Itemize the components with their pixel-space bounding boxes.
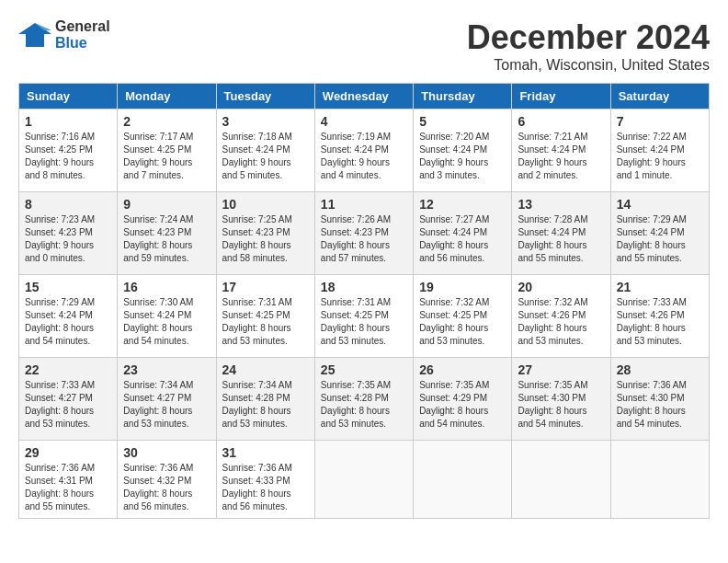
- day-number: 18: [321, 280, 407, 294]
- day-number: 24: [222, 362, 309, 377]
- calendar-day-cell: 1Sunrise: 7:16 AMSunset: 4:25 PMDaylight…: [19, 109, 118, 192]
- calendar-day-cell: 19Sunrise: 7:32 AMSunset: 4:25 PMDayligh…: [414, 275, 512, 358]
- day-number: 25: [321, 362, 407, 377]
- day-number: 1: [25, 114, 111, 129]
- calendar-day-cell: 25Sunrise: 7:35 AMSunset: 4:28 PMDayligh…: [314, 358, 413, 441]
- weekday-header: Friday: [512, 84, 610, 109]
- day-info: Sunrise: 7:22 AMSunset: 4:24 PMDaylight:…: [617, 131, 703, 182]
- calendar-day-cell: 9Sunrise: 7:24 AMSunset: 4:23 PMDaylight…: [118, 192, 216, 275]
- day-number: 3: [222, 114, 309, 129]
- header: General Blue December 2024 Tomah, Wiscon…: [18, 18, 710, 74]
- calendar-day-cell: 15Sunrise: 7:29 AMSunset: 4:24 PMDayligh…: [19, 275, 118, 358]
- day-number: 31: [222, 445, 309, 460]
- calendar-day-cell: 24Sunrise: 7:34 AMSunset: 4:28 PMDayligh…: [216, 358, 314, 441]
- calendar-day-cell: 7Sunrise: 7:22 AMSunset: 4:24 PMDaylight…: [610, 109, 709, 192]
- weekday-header: Monday: [118, 84, 216, 109]
- day-info: Sunrise: 7:33 AMSunset: 4:27 PMDaylight:…: [25, 379, 111, 431]
- day-number: 8: [25, 197, 111, 212]
- day-number: 9: [123, 197, 210, 212]
- day-number: 5: [419, 114, 506, 129]
- calendar-day-cell: 6Sunrise: 7:21 AMSunset: 4:24 PMDaylight…: [512, 109, 610, 192]
- calendar-day-cell: [314, 441, 413, 519]
- logo-bird-icon: [18, 21, 51, 49]
- calendar-day-cell: 27Sunrise: 7:35 AMSunset: 4:30 PMDayligh…: [512, 358, 610, 441]
- day-info: Sunrise: 7:18 AMSunset: 4:24 PMDaylight:…: [222, 131, 309, 182]
- day-number: 7: [617, 114, 703, 129]
- day-info: Sunrise: 7:17 AMSunset: 4:25 PMDaylight:…: [123, 131, 210, 182]
- day-info: Sunrise: 7:25 AMSunset: 4:23 PMDaylight:…: [222, 213, 309, 265]
- day-info: Sunrise: 7:16 AMSunset: 4:25 PMDaylight:…: [25, 131, 111, 182]
- day-info: Sunrise: 7:35 AMSunset: 4:28 PMDaylight:…: [321, 379, 407, 431]
- calendar-day-cell: 13Sunrise: 7:28 AMSunset: 4:24 PMDayligh…: [512, 192, 610, 275]
- calendar-day-cell: 28Sunrise: 7:36 AMSunset: 4:30 PMDayligh…: [610, 358, 709, 441]
- day-number: 19: [419, 280, 506, 294]
- day-info: Sunrise: 7:19 AMSunset: 4:24 PMDaylight:…: [321, 131, 407, 182]
- day-info: Sunrise: 7:27 AMSunset: 4:24 PMDaylight:…: [419, 213, 506, 265]
- calendar-day-cell: 8Sunrise: 7:23 AMSunset: 4:23 PMDaylight…: [19, 192, 118, 275]
- calendar-day-cell: 29Sunrise: 7:36 AMSunset: 4:31 PMDayligh…: [19, 441, 118, 519]
- calendar-day-cell: 5Sunrise: 7:20 AMSunset: 4:24 PMDaylight…: [414, 109, 512, 192]
- calendar-day-cell: 16Sunrise: 7:30 AMSunset: 4:24 PMDayligh…: [118, 275, 216, 358]
- day-info: Sunrise: 7:24 AMSunset: 4:23 PMDaylight:…: [123, 213, 210, 265]
- calendar-day-cell: 17Sunrise: 7:31 AMSunset: 4:25 PMDayligh…: [216, 275, 314, 358]
- calendar-day-cell: 26Sunrise: 7:35 AMSunset: 4:29 PMDayligh…: [414, 358, 512, 441]
- logo-text: General Blue: [55, 18, 110, 52]
- calendar-day-cell: 2Sunrise: 7:17 AMSunset: 4:25 PMDaylight…: [118, 109, 216, 192]
- weekday-header: Saturday: [610, 84, 709, 109]
- day-number: 26: [419, 362, 506, 377]
- day-info: Sunrise: 7:28 AMSunset: 4:24 PMDaylight:…: [518, 213, 604, 265]
- day-info: Sunrise: 7:30 AMSunset: 4:24 PMDaylight:…: [123, 296, 210, 348]
- calendar-week-row: 8Sunrise: 7:23 AMSunset: 4:23 PMDaylight…: [19, 192, 710, 275]
- day-info: Sunrise: 7:33 AMSunset: 4:26 PMDaylight:…: [617, 296, 703, 348]
- calendar-week-row: 29Sunrise: 7:36 AMSunset: 4:31 PMDayligh…: [19, 441, 710, 519]
- calendar-day-cell: 31Sunrise: 7:36 AMSunset: 4:33 PMDayligh…: [216, 441, 314, 519]
- day-number: 22: [25, 362, 111, 377]
- title-area: December 2024 Tomah, Wisconsin, United S…: [467, 18, 710, 74]
- day-number: 27: [518, 362, 604, 377]
- calendar-day-cell: [414, 441, 512, 519]
- day-info: Sunrise: 7:26 AMSunset: 4:23 PMDaylight:…: [321, 213, 407, 265]
- day-info: Sunrise: 7:35 AMSunset: 4:29 PMDaylight:…: [419, 379, 506, 431]
- calendar-day-cell: [512, 441, 610, 519]
- day-number: 14: [617, 197, 703, 212]
- calendar-day-cell: 10Sunrise: 7:25 AMSunset: 4:23 PMDayligh…: [216, 192, 314, 275]
- day-number: 11: [321, 197, 407, 212]
- calendar-day-cell: 18Sunrise: 7:31 AMSunset: 4:25 PMDayligh…: [314, 275, 413, 358]
- day-number: 10: [222, 197, 309, 212]
- weekday-header: Thursday: [414, 84, 512, 109]
- day-info: Sunrise: 7:35 AMSunset: 4:30 PMDaylight:…: [518, 379, 604, 431]
- day-number: 15: [25, 280, 111, 294]
- page-title: December 2024: [467, 18, 710, 57]
- day-number: 2: [123, 114, 210, 129]
- day-info: Sunrise: 7:32 AMSunset: 4:26 PMDaylight:…: [518, 296, 604, 348]
- day-number: 13: [518, 197, 604, 212]
- calendar-week-row: 15Sunrise: 7:29 AMSunset: 4:24 PMDayligh…: [19, 275, 710, 358]
- calendar-day-cell: 11Sunrise: 7:26 AMSunset: 4:23 PMDayligh…: [314, 192, 413, 275]
- weekday-header: Tuesday: [216, 84, 314, 109]
- day-info: Sunrise: 7:31 AMSunset: 4:25 PMDaylight:…: [222, 296, 309, 348]
- calendar-header-row: SundayMondayTuesdayWednesdayThursdayFrid…: [19, 84, 710, 109]
- calendar-week-row: 22Sunrise: 7:33 AMSunset: 4:27 PMDayligh…: [19, 358, 710, 441]
- page-subtitle: Tomah, Wisconsin, United States: [467, 57, 710, 74]
- calendar-day-cell: 3Sunrise: 7:18 AMSunset: 4:24 PMDaylight…: [216, 109, 314, 192]
- day-number: 28: [617, 362, 703, 377]
- day-info: Sunrise: 7:23 AMSunset: 4:23 PMDaylight:…: [25, 213, 111, 265]
- day-info: Sunrise: 7:31 AMSunset: 4:25 PMDaylight:…: [321, 296, 407, 348]
- calendar-day-cell: 20Sunrise: 7:32 AMSunset: 4:26 PMDayligh…: [512, 275, 610, 358]
- day-info: Sunrise: 7:21 AMSunset: 4:24 PMDaylight:…: [518, 131, 604, 182]
- day-number: 4: [321, 114, 407, 129]
- day-number: 6: [518, 114, 604, 129]
- day-number: 21: [617, 280, 703, 294]
- logo: General Blue: [18, 18, 110, 52]
- calendar-day-cell: [610, 441, 709, 519]
- day-info: Sunrise: 7:32 AMSunset: 4:25 PMDaylight:…: [419, 296, 506, 348]
- calendar-day-cell: 4Sunrise: 7:19 AMSunset: 4:24 PMDaylight…: [314, 109, 413, 192]
- day-number: 16: [123, 280, 210, 294]
- day-info: Sunrise: 7:36 AMSunset: 4:31 PMDaylight:…: [25, 462, 111, 513]
- calendar-day-cell: 22Sunrise: 7:33 AMSunset: 4:27 PMDayligh…: [19, 358, 118, 441]
- day-info: Sunrise: 7:20 AMSunset: 4:24 PMDaylight:…: [419, 131, 506, 182]
- weekday-header: Sunday: [19, 84, 118, 109]
- day-number: 20: [518, 280, 604, 294]
- svg-marker-0: [18, 23, 51, 47]
- calendar-day-cell: 12Sunrise: 7:27 AMSunset: 4:24 PMDayligh…: [414, 192, 512, 275]
